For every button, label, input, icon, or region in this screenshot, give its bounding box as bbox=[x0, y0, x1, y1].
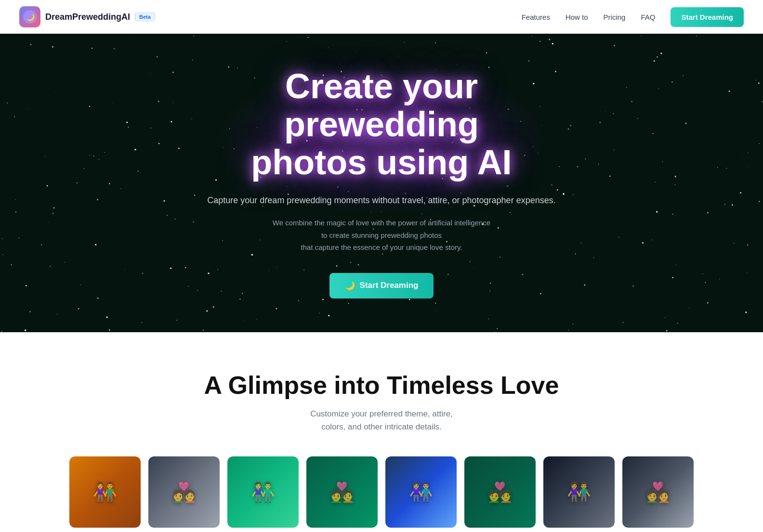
photo-card-4[interactable]: 💑 bbox=[306, 456, 378, 528]
nav-pricing[interactable]: Pricing bbox=[604, 13, 626, 21]
couple-icon-3: 👫 bbox=[251, 481, 275, 504]
brand: 🌙 DreamPreweddingAI Beta bbox=[19, 6, 522, 27]
hero-cta-icon: 🌙 bbox=[345, 281, 355, 291]
couple-icon-1: 👫 bbox=[93, 481, 117, 504]
nav-faq[interactable]: FAQ bbox=[641, 13, 655, 21]
brand-logo: 🌙 bbox=[19, 6, 40, 27]
photo-card-8[interactable]: 💑 bbox=[622, 456, 694, 528]
glimpse-subtitle: Customize your preferred theme, attire, … bbox=[19, 407, 744, 433]
couple-icon-2: 💑 bbox=[172, 481, 196, 504]
glimpse-title: A Glimpse into Timeless Love bbox=[19, 371, 744, 400]
photo-gallery: 👫 💑 👫 💑 👫 💑 bbox=[19, 456, 744, 528]
navbar: 🌙 DreamPreweddingAI Beta Features How to… bbox=[0, 0, 763, 34]
couple-icon-4: 💑 bbox=[330, 481, 354, 504]
hero-content: Create your prewedding photos using AI C… bbox=[189, 39, 574, 327]
photo-card-3[interactable]: 👫 bbox=[227, 456, 299, 528]
photo-card-5[interactable]: 👫 bbox=[385, 456, 457, 528]
couple-icon-8: 💑 bbox=[646, 481, 670, 504]
photo-card-6[interactable]: 💑 bbox=[464, 456, 536, 528]
nav-howto[interactable]: How to bbox=[566, 13, 588, 21]
hero-start-dreaming-button[interactable]: 🌙 Start Dreaming bbox=[329, 273, 434, 298]
brand-beta-badge: Beta bbox=[135, 13, 155, 21]
hero-section: Create your prewedding photos using AI C… bbox=[0, 34, 763, 332]
nav-links: Features How to Pricing FAQ Start Dreami… bbox=[522, 7, 744, 27]
svg-text:🌙: 🌙 bbox=[26, 13, 35, 22]
photo-card-1[interactable]: 👫 bbox=[69, 456, 141, 528]
hero-description: We combine the magic of love with the po… bbox=[198, 217, 565, 254]
nav-features[interactable]: Features bbox=[522, 13, 550, 21]
glimpse-section: A Glimpse into Timeless Love Customize y… bbox=[0, 332, 763, 532]
couple-icon-6: 💑 bbox=[488, 481, 512, 504]
hero-cta-label: Start Dreaming bbox=[360, 281, 419, 290]
couple-icon-5: 👫 bbox=[409, 481, 433, 504]
photo-card-2[interactable]: 💑 bbox=[148, 456, 220, 528]
couple-icon-7: 👫 bbox=[567, 481, 591, 504]
brand-name: DreamPreweddingAI bbox=[45, 12, 130, 22]
nav-start-dreaming-button[interactable]: Start Dreaming bbox=[671, 7, 744, 27]
hero-title: Create your prewedding photos using AI bbox=[198, 67, 565, 182]
photo-card-7[interactable]: 👫 bbox=[543, 456, 615, 528]
hero-subtitle: Capture your dream prewedding moments wi… bbox=[198, 194, 565, 208]
